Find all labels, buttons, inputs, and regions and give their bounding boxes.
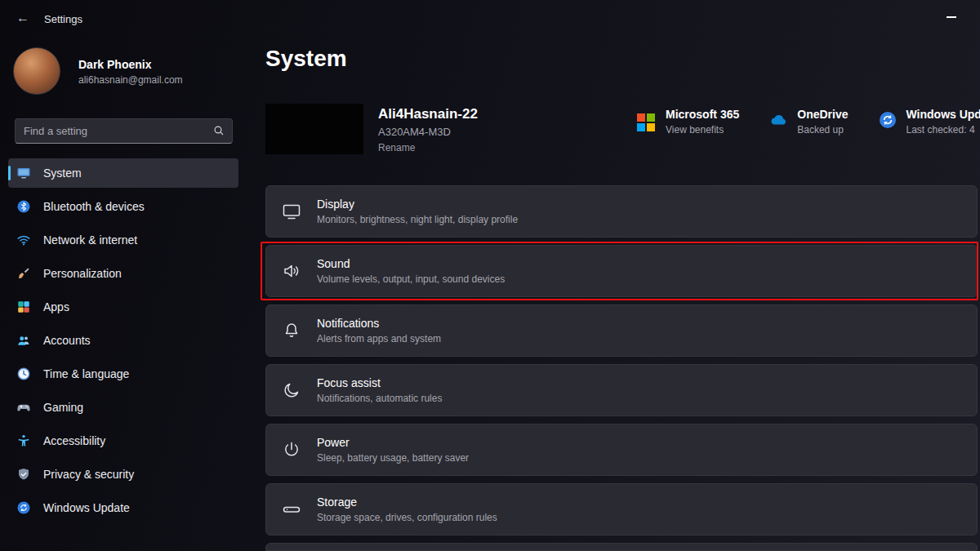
storage-icon <box>282 500 301 519</box>
display-icon <box>282 202 301 221</box>
row-subtitle: Storage space, drives, configuration rul… <box>317 512 497 523</box>
sidebar-item-privacy-security[interactable]: Privacy & security <box>8 460 238 489</box>
search-input[interactable] <box>15 118 233 144</box>
power-icon <box>282 440 301 460</box>
back-button[interactable]: ← <box>11 8 34 28</box>
settings-row-partial[interactable] <box>265 543 978 551</box>
row-subtitle: Monitors, brightness, night light, displ… <box>317 214 518 225</box>
row-title: Display <box>317 198 518 211</box>
sidebar-item-personalization[interactable]: Personalization <box>8 259 238 288</box>
accessibility-icon <box>16 433 31 448</box>
row-subtitle: Sleep, battery usage, battery saver <box>317 452 469 464</box>
status-cards: Microsoft 365 View benefits OneDrive Bac… <box>637 108 980 136</box>
sidebar-item-label: Network & internet <box>43 233 137 247</box>
profile[interactable]: Dark Phoenix ali6hasnain@gmail.com <box>13 47 234 98</box>
sidebar-item-label: Windows Update <box>43 501 130 514</box>
clock-icon <box>16 367 31 381</box>
row-title: Sound <box>317 257 505 270</box>
windows-update-icon <box>878 110 898 130</box>
settings-row-sound[interactable]: Sound Volume levels, output, input, soun… <box>265 245 978 297</box>
minimize-icon <box>947 16 956 18</box>
window-title: Settings <box>44 13 82 25</box>
rename-link[interactable]: Rename <box>378 142 415 153</box>
moon-icon <box>282 380 301 400</box>
row-title: Focus assist <box>317 376 442 389</box>
search-box <box>15 118 233 144</box>
sidebar-item-windows-update[interactable]: Windows Update <box>8 493 238 522</box>
sidebar-item-system[interactable]: System <box>8 158 238 188</box>
sidebar-item-label: Accounts <box>43 334 91 347</box>
card-title: Microsoft 365 <box>666 108 739 121</box>
settings-row-focus-assist[interactable]: Focus assist Notifications, automatic ru… <box>265 364 978 416</box>
apps-icon <box>16 300 31 314</box>
card-onedrive[interactable]: OneDrive Backed up <box>768 108 848 136</box>
accounts-icon <box>16 333 31 348</box>
device-thumbnail <box>265 104 363 154</box>
sidebar-item-label: Accessibility <box>43 434 105 447</box>
sidebar-item-bluetooth-devices[interactable]: Bluetooth & devices <box>8 192 238 221</box>
sidebar-item-label: System <box>43 167 82 180</box>
sound-icon <box>282 261 301 281</box>
main-content: System Ali4Hasnain-22 A320AM4-M3D Rename… <box>265 36 980 551</box>
bell-icon <box>282 321 301 340</box>
sidebar-item-label: Privacy & security <box>43 468 134 481</box>
sidebar: Dark Phoenix ali6hasnain@gmail.com Syste… <box>0 36 247 551</box>
bluetooth-icon <box>16 199 31 214</box>
card-subtitle: Last checked: 4 <box>906 124 980 136</box>
settings-row-display[interactable]: Display Monitors, brightness, night ligh… <box>265 185 978 238</box>
device-header: Ali4Hasnain-22 A320AM4-M3D Rename Micros… <box>265 104 980 154</box>
settings-row-power[interactable]: Power Sleep, battery usage, battery save… <box>265 424 978 476</box>
sidebar-item-gaming[interactable]: Gaming <box>8 393 238 422</box>
device-name: Ali4Hasnain-22 <box>378 106 478 122</box>
profile-email: ali6hasnain@gmail.com <box>78 74 183 86</box>
profile-name: Dark Phoenix <box>78 58 151 71</box>
row-subtitle: Alerts from apps and system <box>317 333 441 344</box>
card-title: Windows Update <box>906 108 980 121</box>
sidebar-item-label: Personalization <box>43 267 122 280</box>
search-icon <box>212 124 225 137</box>
sidebar-item-apps[interactable]: Apps <box>8 292 238 322</box>
sidebar-item-network-internet[interactable]: Network & internet <box>8 225 238 255</box>
avatar <box>13 47 60 95</box>
wifi-icon <box>16 233 31 247</box>
microsoft-365-icon <box>637 110 657 130</box>
sidebar-nav: System Bluetooth & devices Network & int… <box>8 158 238 527</box>
onedrive-icon <box>768 110 788 130</box>
settings-list: Display Monitors, brightness, night ligh… <box>265 185 978 551</box>
row-subtitle: Notifications, automatic rules <box>317 393 442 404</box>
card-subtitle: Backed up <box>797 124 848 136</box>
page-title: System <box>265 46 347 72</box>
sidebar-item-label: Apps <box>43 300 69 313</box>
row-title: Power <box>317 436 469 449</box>
card-title: OneDrive <box>797 108 848 121</box>
sidebar-item-accessibility[interactable]: Accessibility <box>8 426 238 455</box>
card-subtitle: View benefits <box>666 124 739 136</box>
sidebar-item-accounts[interactable]: Accounts <box>8 326 238 355</box>
card-microsoft-365[interactable]: Microsoft 365 View benefits <box>637 108 739 136</box>
card-windows-update[interactable]: Windows Update Last checked: 4 <box>878 108 980 136</box>
system-icon <box>16 166 31 180</box>
sidebar-item-time-language[interactable]: Time & language <box>8 359 238 389</box>
brush-icon <box>16 266 31 281</box>
update-icon <box>16 500 31 515</box>
row-subtitle: Volume levels, output, input, sound devi… <box>317 273 505 285</box>
shield-icon <box>16 467 31 482</box>
sidebar-item-label: Gaming <box>43 401 83 414</box>
settings-row-storage[interactable]: Storage Storage space, drives, configura… <box>265 483 978 535</box>
sidebar-item-label: Time & language <box>43 367 129 380</box>
row-title: Storage <box>317 495 497 509</box>
sidebar-item-label: Bluetooth & devices <box>43 200 145 213</box>
device-model: A320AM4-M3D <box>378 126 451 138</box>
settings-row-notifications[interactable]: Notifications Alerts from apps and syste… <box>265 304 978 357</box>
gamepad-icon <box>16 400 31 415</box>
titlebar: ← Settings <box>0 0 980 36</box>
minimize-button[interactable] <box>938 7 965 28</box>
row-title: Notifications <box>317 317 441 330</box>
